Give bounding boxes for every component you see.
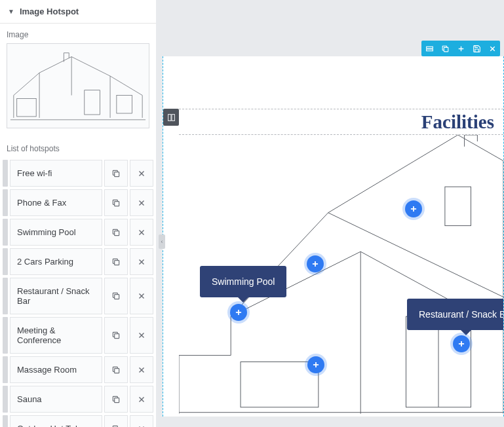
drag-handle-icon[interactable] [3,248,8,275]
image-thumbnail[interactable] [7,43,149,128]
drag-handle-icon[interactable] [3,386,8,413]
hotspot-image-area[interactable]: Swimming Pool Restaurant / Snack Bar [179,135,503,417]
page-content: Facilities Swimming Pool [163,56,504,417]
toolbar-add-button[interactable] [453,41,469,56]
duplicate-button[interactable] [104,160,128,187]
delete-button[interactable] [130,356,153,383]
svg-rect-22 [115,368,119,373]
svg-rect-10 [115,231,119,235]
duplicate-button[interactable] [104,189,128,216]
drag-handle-icon[interactable] [3,356,8,383]
duplicate-button[interactable] [104,415,128,427]
page-title: Facilities [421,111,494,133]
svg-rect-39 [172,114,174,121]
list-item-label[interactable]: 2 Cars Parking [10,248,102,275]
list-item-label[interactable]: Meeting & Conference [10,317,102,354]
hotspot-tooltip-label: Swimming Pool [212,276,275,287]
hotspot-list: Free wi-fi Phone & Fax Swimming Pool 2 C… [0,160,156,427]
list-item-label[interactable]: Sauna [10,386,102,413]
svg-rect-2 [117,96,132,113]
list-item-label[interactable]: Phone & Fax [10,189,102,216]
list-item: Free wi-fi [3,160,153,187]
panel-header[interactable]: ▼ Image Hotspot [0,0,156,24]
expand-sidebar-handle[interactable]: ‹ [159,234,165,249]
hotspot-marker[interactable] [453,335,470,352]
duplicate-button[interactable] [104,317,128,354]
list-item-label[interactable]: Swimming Pool [10,219,102,246]
drag-handle-icon[interactable] [3,278,8,314]
svg-rect-38 [168,114,170,121]
delete-button[interactable] [130,415,153,427]
canvas-area: Facilities Swimming Pool [159,0,504,427]
delete-button[interactable] [130,189,153,216]
duplicate-button[interactable] [104,356,128,383]
svg-rect-19 [115,334,119,339]
svg-rect-16 [115,295,119,299]
element-toolbar [421,41,500,56]
drag-handle-icon[interactable] [3,160,8,187]
svg-rect-0 [17,98,36,116]
toolbar-row-button[interactable] [421,41,437,56]
list-item-label[interactable]: Massage Room [10,356,102,383]
hotspot-tooltip: Restaurant / Snack Bar [407,299,503,330]
svg-rect-25 [115,398,119,402]
drag-handle-icon[interactable] [3,189,8,216]
list-item: Swimming Pool [3,219,153,246]
hotspot-marker[interactable] [230,304,247,321]
svg-rect-33 [444,47,448,52]
svg-rect-4 [115,172,119,176]
hotspot-marker[interactable] [307,255,324,272]
list-section-label: List of hotspots [0,138,156,157]
list-item-label[interactable]: Restaurant / Snack Bar [10,278,102,314]
hotspot-tooltip: Swimming Pool [200,266,286,297]
list-item: Restaurant / Snack Bar [3,278,153,314]
drag-handle-icon[interactable] [3,415,8,427]
drag-handle-icon[interactable] [3,219,8,246]
list-item: 2 Cars Parking [3,248,153,275]
hotspot-tooltip-label: Restaurant / Snack Bar [419,309,503,320]
delete-button[interactable] [130,278,153,314]
svg-rect-32 [426,49,433,51]
toolbar-save-button[interactable] [469,41,484,56]
duplicate-button[interactable] [104,386,128,413]
delete-button[interactable] [130,248,153,275]
duplicate-button[interactable] [104,219,128,246]
svg-rect-40 [241,362,319,407]
toolbar-duplicate-button[interactable] [437,41,453,56]
svg-rect-31 [426,46,433,48]
list-item: Sauna [3,386,153,413]
drag-handle-icon[interactable] [3,317,8,354]
list-item: Outdoor Hot Tub [3,415,153,427]
image-section-label: Image [0,24,156,43]
svg-rect-7 [115,201,119,206]
delete-button[interactable] [130,219,153,246]
panel-title: Image Hotspot [20,7,79,16]
hotspot-marker[interactable] [307,356,324,373]
hotspot-marker[interactable] [405,200,422,217]
layout-tab-button[interactable] [163,109,179,126]
svg-rect-1 [85,90,100,115]
delete-button[interactable] [130,386,153,413]
svg-rect-43 [445,187,471,225]
list-item-label[interactable]: Outdoor Hot Tub [10,415,102,427]
list-item: Meeting & Conference [3,317,153,354]
caret-down-icon: ▼ [8,8,14,15]
duplicate-button[interactable] [104,248,128,275]
list-item-label[interactable]: Free wi-fi [10,160,102,187]
delete-button[interactable] [130,317,153,354]
delete-button[interactable] [130,160,153,187]
list-item: Phone & Fax [3,189,153,216]
list-item: Massage Room [3,356,153,383]
duplicate-button[interactable] [104,278,128,314]
svg-rect-13 [115,260,119,265]
toolbar-close-button[interactable] [484,41,500,56]
title-row: Facilities [179,109,503,135]
sidebar: ▼ Image Hotspot Image List of hotspots F… [0,0,156,427]
